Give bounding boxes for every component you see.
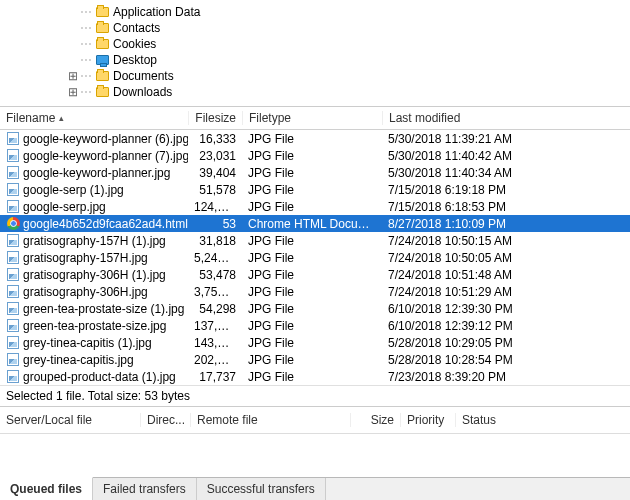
file-last-modified: 8/27/2018 1:10:09 PM: [382, 217, 562, 231]
column-direction[interactable]: Direc...: [140, 413, 190, 427]
file-type: JPG File: [242, 234, 382, 248]
column-filename[interactable]: Filename ▴: [0, 111, 188, 125]
tree-item-label: Application Data: [113, 4, 200, 20]
file-row[interactable]: grey-tinea-capitis.jpg202,278JPG File5/2…: [0, 351, 630, 368]
file-type: JPG File: [242, 268, 382, 282]
file-name: gratisography-157H.jpg: [23, 251, 148, 265]
tree-connector-icon: ⋯: [80, 52, 93, 68]
file-row[interactable]: google-keyword-planner (7).jpg23,031JPG …: [0, 147, 630, 164]
tree-item[interactable]: ⋯Cookies: [60, 36, 630, 52]
tree-item[interactable]: ⊞⋯Documents: [60, 68, 630, 84]
expand-icon[interactable]: ⊞: [66, 84, 80, 100]
image-file-icon: [6, 251, 20, 265]
tree-item[interactable]: ⋯Application Data: [60, 4, 630, 20]
file-row[interactable]: google-serp.jpg124,281JPG File7/15/2018 …: [0, 198, 630, 215]
tab-failed-transfers[interactable]: Failed transfers: [93, 478, 197, 500]
column-remote-file[interactable]: Remote file: [190, 413, 350, 427]
file-row[interactable]: google-keyword-planner.jpg39,404JPG File…: [0, 164, 630, 181]
file-name: grey-tinea-capitis.jpg: [23, 353, 134, 367]
image-file-icon: [6, 319, 20, 333]
column-size[interactable]: Size: [350, 413, 400, 427]
file-row[interactable]: gratisography-306H (1).jpg53,478JPG File…: [0, 266, 630, 283]
file-size: 51,578: [188, 183, 242, 197]
column-priority[interactable]: Priority: [400, 413, 455, 427]
file-type: Chrome HTML Document: [242, 217, 382, 231]
file-type: JPG File: [242, 200, 382, 214]
file-name: google-keyword-planner.jpg: [23, 166, 170, 180]
folder-icon: [95, 38, 109, 50]
tree-item-label: Contacts: [113, 20, 160, 36]
file-type: JPG File: [242, 251, 382, 265]
column-filesize[interactable]: Filesize: [188, 111, 242, 125]
tree-item-label: Documents: [113, 68, 174, 84]
tab-queued-files[interactable]: Queued files: [0, 477, 93, 500]
file-type: JPG File: [242, 132, 382, 146]
column-filename-label: Filename: [6, 111, 55, 125]
file-last-modified: 6/10/2018 12:39:30 PM: [382, 302, 562, 316]
file-row[interactable]: grey-tinea-capitis (1).jpg143,281JPG Fil…: [0, 334, 630, 351]
file-size: 53,478: [188, 268, 242, 282]
file-type: JPG File: [242, 166, 382, 180]
file-name: green-tea-prostate-size.jpg: [23, 319, 166, 333]
file-name: grey-tinea-capitis (1).jpg: [23, 336, 152, 350]
file-last-modified: 5/28/2018 10:28:54 PM: [382, 353, 562, 367]
column-lastmod[interactable]: Last modified: [382, 111, 562, 125]
file-name: google-keyword-planner (7).jpg: [23, 149, 188, 163]
tab-successful-transfers[interactable]: Successful transfers: [197, 478, 326, 500]
file-size: 39,404: [188, 166, 242, 180]
transfer-queue-empty: [0, 434, 630, 477]
column-filetype[interactable]: Filetype: [242, 111, 382, 125]
file-type: JPG File: [242, 370, 382, 384]
file-row[interactable]: green-tea-prostate-size.jpg137,013JPG Fi…: [0, 317, 630, 334]
file-size: 23,031: [188, 149, 242, 163]
tree-connector-icon: ⋯: [80, 84, 93, 100]
expand-icon[interactable]: ⊞: [66, 68, 80, 84]
desktop-icon: [95, 54, 109, 66]
folder-tree[interactable]: ⋯Application Data⋯Contacts⋯Cookies⋯Deskt…: [0, 0, 630, 107]
sort-arrow-icon: ▴: [59, 113, 64, 123]
file-size: 54,298: [188, 302, 242, 316]
file-last-modified: 6/10/2018 12:39:12 PM: [382, 319, 562, 333]
tree-item[interactable]: ⊞⋯Downloads: [60, 84, 630, 100]
file-row[interactable]: google-serp (1).jpg51,578JPG File7/15/20…: [0, 181, 630, 198]
status-bar: Selected 1 file. Total size: 53 bytes: [0, 385, 630, 407]
file-size: 16,333: [188, 132, 242, 146]
file-row[interactable]: gratisography-157H (1).jpg31,818JPG File…: [0, 232, 630, 249]
file-size: 31,818: [188, 234, 242, 248]
file-type: JPG File: [242, 149, 382, 163]
tree-item[interactable]: ⋯Desktop: [60, 52, 630, 68]
file-row[interactable]: google-keyword-planner (6).jpg16,333JPG …: [0, 130, 630, 147]
file-row[interactable]: gratisography-306H.jpg3,759,235JPG File7…: [0, 283, 630, 300]
column-server-local-file[interactable]: Server/Local file: [0, 413, 140, 427]
image-file-icon: [6, 370, 20, 384]
folder-icon: [95, 86, 109, 98]
file-name: google4b652d9fcaa62ad4.html: [23, 217, 188, 231]
folder-icon: [95, 70, 109, 82]
tree-connector-icon: ⋯: [80, 20, 93, 36]
image-file-icon: [6, 183, 20, 197]
file-last-modified: 5/28/2018 10:29:05 PM: [382, 336, 562, 350]
file-name: gratisography-306H.jpg: [23, 285, 148, 299]
file-size: 124,281: [188, 200, 242, 214]
file-row[interactable]: google4b652d9fcaa62ad4.html53Chrome HTML…: [0, 215, 630, 232]
file-type: JPG File: [242, 285, 382, 299]
file-last-modified: 5/30/2018 11:40:42 AM: [382, 149, 562, 163]
tree-connector-icon: ⋯: [80, 36, 93, 52]
column-headers[interactable]: Filename ▴ Filesize Filetype Last modifi…: [0, 107, 630, 130]
column-status[interactable]: Status: [455, 413, 535, 427]
file-row[interactable]: gratisography-157H.jpg5,245,884JPG File7…: [0, 249, 630, 266]
file-row[interactable]: grouped-product-data (1).jpg17,737JPG Fi…: [0, 368, 630, 385]
image-file-icon: [6, 285, 20, 299]
file-size: 17,737: [188, 370, 242, 384]
image-file-icon: [6, 149, 20, 163]
transfer-headers[interactable]: Server/Local file Direc... Remote file S…: [0, 407, 630, 434]
image-file-icon: [6, 132, 20, 146]
folder-icon: [95, 22, 109, 34]
file-type: JPG File: [242, 319, 382, 333]
folder-icon: [95, 6, 109, 18]
tree-item[interactable]: ⋯Contacts: [60, 20, 630, 36]
file-size: 3,759,235: [188, 285, 242, 299]
file-row[interactable]: green-tea-prostate-size (1).jpg54,298JPG…: [0, 300, 630, 317]
file-last-modified: 7/24/2018 10:50:05 AM: [382, 251, 562, 265]
file-name: green-tea-prostate-size (1).jpg: [23, 302, 184, 316]
